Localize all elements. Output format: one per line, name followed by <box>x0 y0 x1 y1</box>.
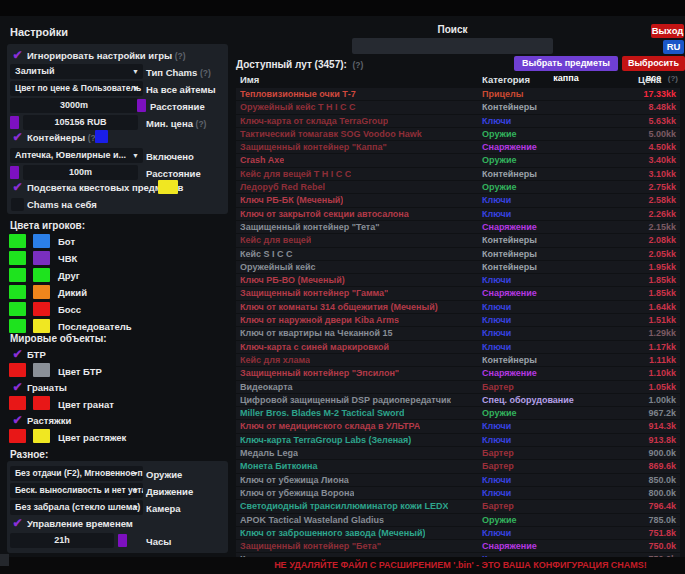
item-name: Miller Bros. Blades M-2 Tactical Sword <box>240 407 404 419</box>
loot-table-row[interactable]: Ключ от заброшенного завода (Меченый)Клю… <box>236 527 680 539</box>
discard-all-button[interactable]: Выбросить все <box>622 56 685 71</box>
containers-checkbox[interactable]: ✔ <box>11 131 24 144</box>
player-color-swatch-2[interactable] <box>33 285 50 299</box>
item-category: Ключи <box>482 327 511 339</box>
loot-table-row[interactable]: Ключ-карта от склада TerraGroupКлючи5.63… <box>236 115 680 127</box>
distance-input[interactable]: 3000m <box>10 98 138 113</box>
loot-table-row[interactable]: Монета БиткоинаБартер869.6k <box>236 460 680 472</box>
weapon-dropdown[interactable]: Без отдачи (F2), Мгновенное п▼ <box>10 466 143 481</box>
loot-table-row[interactable]: Ключ от закрытой секции автосалонаКлючи2… <box>236 208 680 220</box>
item-price: 900.0k <box>648 447 676 459</box>
search-label: Поиск <box>352 24 553 35</box>
loot-table-row[interactable]: Ключ РБ-БК (Меченый)Ключи2.58kk <box>236 194 680 206</box>
player-color-swatch-1[interactable] <box>9 268 26 282</box>
language-button[interactable]: RU <box>663 40 684 54</box>
loot-table-row[interactable]: Защищенный контейнер "Эпсилон"Снаряжение… <box>236 367 680 379</box>
tripwires-label: Растяжки <box>27 415 71 426</box>
loot-table-row[interactable]: Оружейный кейсКонтейнеры1.95kk <box>236 261 680 273</box>
grenades-color-swatch-2[interactable] <box>33 396 50 410</box>
item-category: Ключи <box>482 301 511 313</box>
min-price-input[interactable]: 105156 RUB <box>23 115 138 130</box>
loot-table-row[interactable]: Ключ от квартиры на Чеканной 15Ключи1.29… <box>236 327 680 339</box>
loot-table-row[interactable]: Ключ от убежища ВоронаКлючи800.0k <box>236 487 680 499</box>
btr-checkbox[interactable]: ✔ <box>11 348 24 361</box>
camera-dropdown[interactable]: Без забрала (стекло шлема)▼ <box>10 500 143 515</box>
loot-table-row[interactable]: Ключ от медицинского склада в УЛЬТРАКлюч… <box>236 420 680 432</box>
loot-table-row[interactable]: Ледоруб Red RebelОружие2.75kk <box>236 181 680 193</box>
item-price: 800.0k <box>648 487 676 499</box>
containers-color-swatch[interactable] <box>95 130 108 143</box>
hours-color-swatch[interactable] <box>118 534 127 547</box>
loot-table-row[interactable]: Ключ РБ-ВО (Меченый)Ключи1.85kk <box>236 274 680 286</box>
grenades-color-swatch-1[interactable] <box>9 396 26 410</box>
loot-table-row[interactable]: Защищенный контейнер "Каппа"Снаряжение4.… <box>236 141 680 153</box>
loot-table-row[interactable]: Тактический томагавк SOG Voodoo HawkОруж… <box>236 128 680 140</box>
min-price-color-swatch[interactable] <box>10 116 19 129</box>
chevron-down-icon: ▼ <box>132 466 139 481</box>
loot-table-row[interactable]: Кейс для хламаКонтейнеры1.11kk <box>236 354 680 366</box>
loot-table-row[interactable]: Защищенный контейнер "Тета"Снаряжение2.1… <box>236 221 680 233</box>
player-color-swatch-1[interactable] <box>9 319 26 333</box>
distance-color-swatch[interactable] <box>137 99 146 112</box>
btr-color-swatch-1[interactable] <box>9 363 26 377</box>
player-color-swatch-2[interactable] <box>33 319 50 333</box>
loot-table-row[interactable]: Кейс для вещей T H I C CКонтейнеры3.10kk <box>236 168 680 180</box>
player-color-swatch-1[interactable] <box>9 234 26 248</box>
btr-color-swatch-2[interactable] <box>33 363 50 377</box>
loot-table-row[interactable]: Светодиодный трансиллюминатор кожи LEDXБ… <box>236 500 680 512</box>
all-items-dropdown[interactable]: Цвет по цене & Пользователь▼ <box>10 81 143 96</box>
loot-table-row[interactable]: Кейс S I C CКонтейнеры2.05kk <box>236 248 680 260</box>
chams-self-checkbox[interactable] <box>11 198 24 211</box>
player-color-swatch-1[interactable] <box>9 302 26 316</box>
quest-highlight-color-swatch[interactable] <box>158 180 178 194</box>
loot-table-row[interactable]: Ключ от наружной двери Kiba ArmsКлючи1.5… <box>236 314 680 326</box>
tripwires-color-swatch-1[interactable] <box>9 429 26 443</box>
tripwires-color-swatch-2[interactable] <box>33 429 50 443</box>
time-control-checkbox[interactable]: ✔ <box>11 517 24 530</box>
player-color-swatch-1[interactable] <box>9 285 26 299</box>
player-color-swatch-2[interactable] <box>33 251 50 265</box>
movement-dropdown[interactable]: Беск. выносливость и нет уста:▼ <box>10 483 143 498</box>
loot-table-row[interactable]: ВидеокартаБартер1.05kk <box>236 381 680 393</box>
player-color-swatch-1[interactable] <box>9 251 26 265</box>
loot-table-row[interactable]: Защищенный контейнер "Бета"Снаряжение750… <box>236 540 680 552</box>
player-color-swatch-2[interactable] <box>33 302 50 316</box>
column-header-name[interactable]: Имя <box>240 74 259 85</box>
column-header-category[interactable]: Категория <box>482 74 530 85</box>
player-color-swatch-2[interactable] <box>33 268 50 282</box>
loot-table: Тепловизионные очки Т-7Прицелы17.33kkОру… <box>236 88 680 557</box>
distance2-input[interactable]: 100m <box>23 165 138 180</box>
loot-table-row[interactable]: Ключ-карта TerraGroup Labs (Зеленая)Ключ… <box>236 434 680 446</box>
player-color-swatch-2[interactable] <box>33 234 50 248</box>
loot-table-row[interactable]: Ключ от убежища ЛионаКлючи850.0k <box>236 474 680 486</box>
loot-table-row[interactable]: Оружейный кейс T H I C CКонтейнеры8.48kk <box>236 101 680 113</box>
player-color-label: Друг <box>58 270 80 281</box>
grenades-checkbox[interactable]: ✔ <box>11 381 24 394</box>
loot-table-row[interactable]: Ключ от комнаты 314 общежития (Меченый)К… <box>236 301 680 313</box>
item-price: 1.85kk <box>648 287 676 299</box>
footer-bar: НЕ УДАЛЯЙТЕ ФАЙЛ С РАСШИРЕНИЕМ '.bin' - … <box>0 557 685 574</box>
hint-icon: (?) <box>200 68 211 78</box>
loot-table-row[interactable]: Медаль LegaБартер900.0k <box>236 447 680 459</box>
loot-table-row[interactable]: APOK Tactical Wasteland GladiusОружие785… <box>236 514 680 526</box>
loot-table-row[interactable]: Ключ-карта с синей маркировкойКлючи1.17k… <box>236 341 680 353</box>
chams-type-dropdown[interactable]: Залитый▼ <box>10 64 143 79</box>
loot-table-row[interactable]: Кейс для вещейКонтейнеры2.08kk <box>236 234 680 246</box>
column-header-price[interactable]: Цена <box>638 74 661 85</box>
distance2-color-swatch[interactable] <box>10 166 19 179</box>
search-input[interactable] <box>352 38 553 54</box>
select-kappa-items-button[interactable]: Выбрать предметы каппа <box>514 56 618 71</box>
ignore-game-settings-checkbox[interactable]: ✔ <box>11 49 24 62</box>
quest-highlight-checkbox[interactable]: ✔ <box>11 181 24 194</box>
loot-table-row[interactable]: Crash AxeОружие3.40kk <box>236 154 680 166</box>
hours-input[interactable]: 21h <box>10 533 114 548</box>
item-category: Контейнеры <box>482 248 537 260</box>
tripwires-checkbox[interactable]: ✔ <box>11 414 24 427</box>
loot-table-row[interactable]: Miller Bros. Blades M-2 Tactical SwordОр… <box>236 407 680 419</box>
tripwires-color-label: Цвет растяжек <box>58 432 126 443</box>
enabled-filter-dropdown[interactable]: Аптечка, Ювелирные и...▼ <box>10 148 143 163</box>
exit-button[interactable]: Выход <box>651 24 684 38</box>
loot-table-row[interactable]: Тепловизионные очки Т-7Прицелы17.33kk <box>236 88 680 100</box>
loot-table-row[interactable]: Цифровой защищенный DSP радиопередатчикС… <box>236 394 680 406</box>
loot-table-row[interactable]: Защищенный контейнер "Гамма"Снаряжение1.… <box>236 287 680 299</box>
